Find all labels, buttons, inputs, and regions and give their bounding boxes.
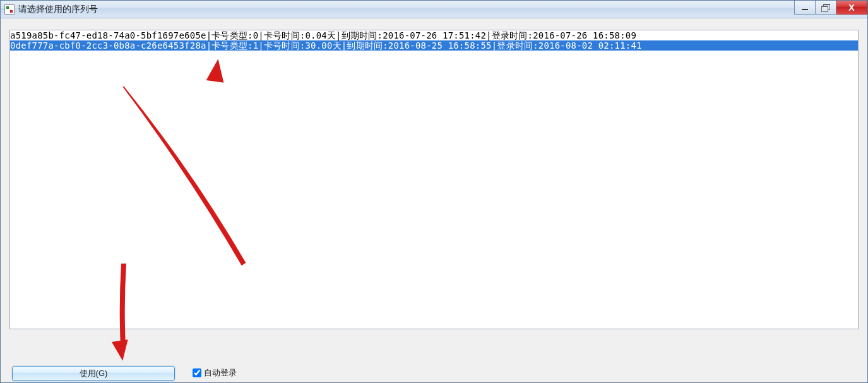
window-controls: X	[795, 1, 867, 15]
minimize-button[interactable]	[794, 1, 816, 15]
bottom-bar: 使用(G) 自动登录	[12, 366, 237, 382]
list-item[interactable]: 0def777a-cbf0-2cc3-0b8a-c26e6453f28a|卡号类…	[10, 40, 858, 51]
auto-login-checkbox[interactable]: 自动登录	[193, 367, 237, 379]
serial-list[interactable]: a519a85b-fc47-ed18-74a0-5bf1697e605e|卡号类…	[9, 30, 859, 329]
annotation-arrowhead-icon	[112, 339, 131, 362]
use-button-label: 使用(G)	[80, 368, 108, 379]
auto-login-input[interactable]	[193, 368, 201, 377]
dialog-window: 请选择使用的序列号 X a519a85b-fc47-ed18-74a0-5bf1…	[0, 0, 868, 383]
maximize-button[interactable]	[815, 1, 836, 15]
close-button[interactable]: X	[836, 1, 867, 15]
auto-login-label: 自动登录	[204, 367, 237, 379]
app-icon	[4, 4, 15, 15]
titlebar[interactable]: 请选择使用的序列号 X	[1, 1, 867, 18]
use-button[interactable]: 使用(G)	[12, 366, 175, 381]
list-item[interactable]: a519a85b-fc47-ed18-74a0-5bf1697e605e|卡号类…	[10, 30, 858, 40]
window-title: 请选择使用的序列号	[18, 4, 98, 15]
